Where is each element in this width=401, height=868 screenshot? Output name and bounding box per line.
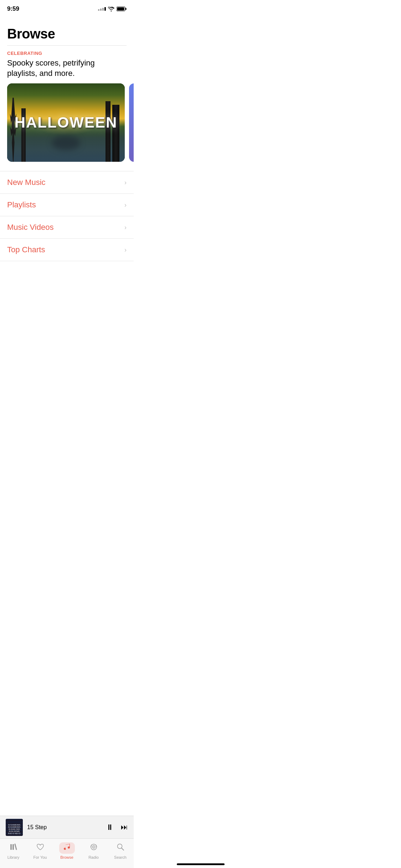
featured-section: CELEBRATING Spooky scores, petrifying pl… bbox=[0, 46, 134, 167]
status-time: 9:59 bbox=[7, 5, 19, 12]
page-title: Browse bbox=[7, 26, 127, 42]
next-featured-card[interactable]: N AL bbox=[129, 83, 134, 162]
tree-right-2 bbox=[112, 105, 119, 162]
battery-icon bbox=[117, 6, 127, 11]
page-title-container: Browse bbox=[0, 16, 134, 45]
halloween-card[interactable]: HALLOWEEN bbox=[7, 83, 125, 162]
chevron-right-icon: › bbox=[124, 224, 127, 231]
menu-item-label-music-videos: Music Videos bbox=[7, 223, 53, 232]
chevron-right-icon: › bbox=[124, 179, 127, 186]
halloween-text: HALLOWEEN bbox=[15, 114, 118, 131]
menu-item-top-charts[interactable]: Top Charts › bbox=[0, 239, 134, 261]
halloween-bg: HALLOWEEN bbox=[7, 83, 125, 162]
svg-rect-1 bbox=[125, 8, 127, 10]
menu-item-label-playlists: Playlists bbox=[7, 200, 36, 210]
status-icons bbox=[98, 6, 127, 11]
menu-item-label-top-charts: Top Charts bbox=[7, 245, 45, 254]
menu-item-label-new-music: New Music bbox=[7, 178, 46, 187]
chevron-right-icon: › bbox=[124, 201, 127, 209]
wifi-icon bbox=[108, 7, 114, 11]
menu-item-playlists[interactable]: Playlists › bbox=[0, 194, 134, 216]
menu-item-new-music[interactable]: New Music › bbox=[0, 171, 134, 194]
featured-label: CELEBRATING bbox=[7, 51, 134, 56]
chevron-right-icon: › bbox=[124, 246, 127, 254]
featured-cards-scroll[interactable]: HALLOWEEN N AL bbox=[7, 83, 134, 167]
signal-icon bbox=[98, 7, 106, 11]
menu-section: New Music › Playlists › Music Videos › T… bbox=[0, 171, 134, 261]
halloween-shadow bbox=[52, 136, 80, 150]
svg-rect-2 bbox=[117, 7, 124, 11]
tree-right-1 bbox=[106, 101, 110, 162]
menu-item-music-videos[interactable]: Music Videos › bbox=[0, 216, 134, 239]
status-bar: 9:59 bbox=[0, 0, 134, 16]
featured-description: Spooky scores, petrifying playlists, and… bbox=[7, 58, 114, 78]
